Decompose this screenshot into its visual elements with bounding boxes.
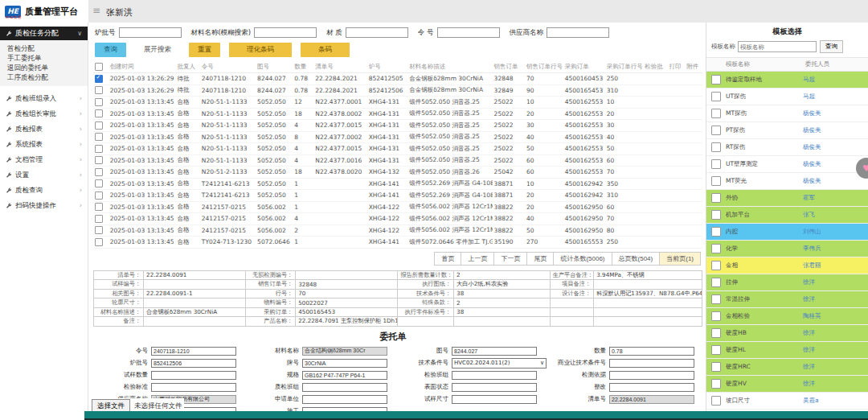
template-row[interactable]: 拉伸徐洋 [706,274,868,291]
sidebar-subitem[interactable]: 退回的委托单 [0,63,88,72]
template-row-checkbox[interactable] [711,109,721,118]
row-checkbox[interactable] [95,168,103,176]
delegation-field-input[interactable] [609,371,694,380]
template-row-checkbox[interactable] [711,227,721,237]
template-person-link[interactable]: 吴霞a [803,397,861,405]
template-person-link[interactable]: 陶桂英 [803,312,861,320]
template-person-link[interactable]: 张君丽 [803,261,861,270]
delegation-field-input[interactable] [452,371,537,380]
table-row[interactable]: 2025-01-03 13:13:45合格N20-51-1-11335052.0… [93,143,702,155]
template-person-link[interactable]: 徐洋 [803,363,861,371]
table-row[interactable]: 2025-01-03 13:26:29待批2407118-12108244.02… [93,73,702,85]
template-row-checkbox[interactable] [711,379,721,389]
template-row-checkbox[interactable] [711,75,721,84]
select-all-checkbox[interactable] [95,63,103,71]
template-row-checkbox[interactable] [711,294,721,304]
template-row[interactable]: 待鉴定取样地马超 [706,72,868,89]
sidebar-item[interactable]: 文档管理› [0,152,88,167]
sidebar-subitem[interactable]: 首检分配 [0,43,88,53]
delegation-field-input[interactable] [151,347,236,356]
delegation-field-input[interactable] [609,359,694,368]
template-row[interactable]: 内腔刘伟山 [706,224,868,241]
template-search-input[interactable] [738,41,817,52]
template-row[interactable]: UT探伤马超 [706,89,868,105]
technical-condition-select[interactable]: HVC02.2024.011(2)∨ [452,358,547,369]
template-row-checkbox[interactable] [711,345,721,355]
hamburger-menu-icon[interactable]: ≡ [92,5,100,16]
table-row[interactable]: 2025-01-03 13:13:45合格T2412141-62135052.0… [93,190,702,202]
template-person-link[interactable]: 李伟兵 [803,245,861,253]
sidebar-item[interactable]: 设置› [0,167,88,183]
template-person-link[interactable]: 马超 [803,76,861,84]
template-row[interactable]: 化学李伟兵 [706,241,868,257]
delegation-field-input[interactable] [302,347,387,356]
row-checkbox[interactable] [95,215,103,223]
template-row[interactable]: 坡口尺寸吴霞a [706,393,868,410]
search-button[interactable]: 查询 [95,43,126,57]
template-search-button[interactable]: 查询 [820,40,843,53]
row-checkbox[interactable] [95,156,103,164]
pager-button[interactable]: 首页 [434,252,461,266]
table-row[interactable]: 2025-01-03 13:13:45合格TY024-713-12305072.… [93,237,702,249]
sidebar-item[interactable]: 扫码快捷操作› [0,198,88,213]
delegation-field-input[interactable] [452,383,537,392]
table-row[interactable]: 2025-01-03 13:13:45合格2412157-02155056.00… [93,213,702,225]
template-person-link[interactable]: 马超 [803,93,861,101]
template-row-checkbox[interactable] [711,362,721,372]
delegation-field-input[interactable] [302,371,387,380]
table-row[interactable]: 2025-01-03 13:13:45合格N20-51-1-11335052.0… [93,131,702,143]
sidebar-item[interactable]: 质检报表› [0,121,88,137]
lihua-barcode-button[interactable]: 理化条码 [229,43,292,57]
template-row[interactable]: 硬度HL徐洋 [706,342,868,359]
filter-input[interactable] [346,27,408,38]
template-row[interactable]: MT荧光杨俊美 [706,173,868,190]
pager-button[interactable]: 当前页(1) [659,252,701,266]
template-row-checkbox[interactable] [711,261,721,270]
template-person-link[interactable]: 杨俊美 [803,143,861,151]
template-row[interactable]: 金相检验陶桂英 [706,308,868,325]
template-row-checkbox[interactable] [711,328,721,338]
template-row-checkbox[interactable] [711,311,721,321]
row-checkbox[interactable] [95,109,103,117]
delegation-field-input[interactable] [151,383,236,392]
template-row[interactable]: 硬度HB徐洋 [706,325,868,342]
delegation-field-input[interactable] [302,395,387,404]
sidebar-group-task-assign[interactable]: 质检任务分配 ∨ [0,27,88,40]
template-row[interactable]: UT壁厚测定杨俊美 [706,156,868,173]
table-row[interactable]: 2025-01-03 13:13:45合格N20-51-1-11335052.0… [93,154,702,167]
template-row-checkbox[interactable] [711,210,721,220]
table-row[interactable]: 2025-01-03 13:13:45合格N20-51-1-11335052.0… [93,97,702,109]
table-row[interactable]: 2025-01-03 13:13:45合格N20-51-1-11335052.0… [93,120,702,132]
filter-input[interactable] [437,27,500,38]
delegation-field-input[interactable] [609,383,694,392]
delegation-field-input[interactable] [302,383,387,392]
row-checkbox[interactable] [95,86,103,94]
sidebar-item[interactable]: 质检查询› [0,183,88,198]
table-row[interactable]: 2025-01-03 13:13:45合格T2412141-62135052.0… [93,178,702,190]
row-checkbox[interactable] [95,145,103,153]
template-row[interactable]: PT探伤杨俊美 [706,122,868,139]
table-row[interactable]: 2025-01-03 13:13:45合格N20-51-1-11335052.0… [93,108,702,120]
template-row-checkbox[interactable] [711,278,721,287]
template-row-checkbox[interactable] [711,396,721,406]
row-checkbox[interactable] [95,179,103,187]
delegation-field-input[interactable] [609,395,694,404]
template-row-checkbox[interactable] [711,244,721,253]
sidebar-item[interactable]: 质检组长审批› [0,106,88,121]
template-person-link[interactable]: 杨俊美 [803,177,861,185]
delegation-field-input[interactable] [452,347,537,356]
pager-button[interactable]: 总页数(504) [612,252,661,266]
template-row[interactable]: MT探伤杨俊美 [706,105,868,122]
template-person-link[interactable]: 徐洋 [803,380,861,388]
table-row[interactable]: 2025-01-03 13:26:29待批2407118-12108244.02… [93,84,702,97]
template-row[interactable]: 硬度HV徐洋 [706,376,868,393]
template-person-link[interactable]: 刘伟山 [803,228,861,236]
table-row[interactable]: 2025-01-03 13:13:45合格2412157-02155056.00… [93,201,702,213]
filter-input[interactable] [547,27,609,38]
template-row[interactable]: 常温拉伸徐洋 [706,291,868,308]
delegation-field-input[interactable] [151,359,236,368]
pager-button[interactable]: 尾页 [526,252,554,266]
table-row[interactable]: 2025-01-03 13:13:45合格N20-51-2-11335052.0… [93,167,702,179]
pager-button[interactable]: 上一页 [461,252,494,266]
reset-button[interactable]: 重置 [189,43,220,57]
